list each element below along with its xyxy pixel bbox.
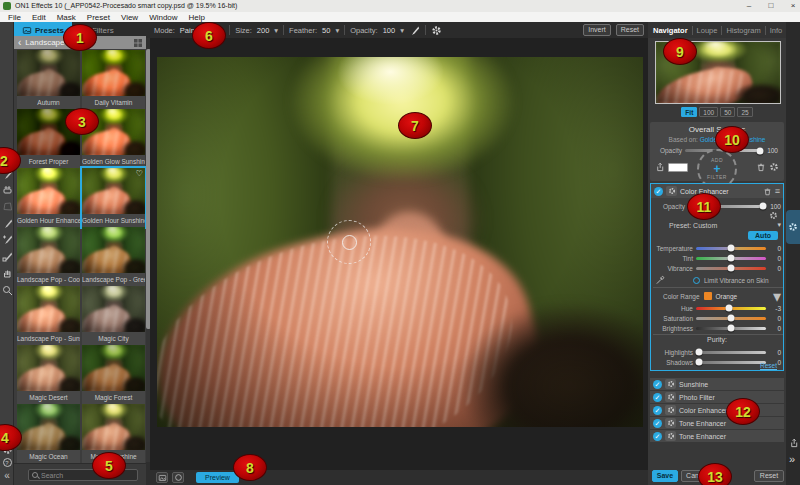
vibrance-slider[interactable] <box>696 267 766 270</box>
preset-item[interactable]: Magic Forest <box>82 345 145 404</box>
brightness-slider[interactable] <box>696 327 766 330</box>
filter-enabled-check-icon[interactable]: ✓ <box>653 419 662 428</box>
menu-mask[interactable]: Mask <box>57 13 76 22</box>
ce-settings-gear-icon[interactable] <box>769 211 778 220</box>
zoom-50-button[interactable]: 50 <box>720 107 735 117</box>
preset-item[interactable]: Landscape Pop - Sunshine <box>17 286 80 345</box>
invert-button[interactable]: Invert <box>583 24 611 36</box>
temperature-slider[interactable] <box>696 247 766 250</box>
perfect-brush-tool[interactable] <box>1 233 13 246</box>
preset-item[interactable]: Golden Hour Enhancer <box>17 168 80 227</box>
close-button[interactable]: × <box>784 0 800 12</box>
menu-preset[interactable]: Preset <box>87 13 110 22</box>
filter-gear-icon[interactable] <box>665 379 676 389</box>
filter-enabled-check-icon[interactable]: ✓ <box>653 380 662 389</box>
mask-reset-button[interactable]: Reset <box>616 24 644 36</box>
eyedropper-icon[interactable] <box>655 275 665 285</box>
preview-button[interactable]: Preview <box>196 472 239 483</box>
grid-view-icon[interactable] <box>134 39 142 47</box>
minimize-button[interactable]: – <box>740 0 758 12</box>
overall-trash-icon[interactable] <box>756 162 766 172</box>
menu-help[interactable]: Help <box>189 13 205 22</box>
paint-brush-tool[interactable] <box>1 217 13 230</box>
menu-file[interactable]: File <box>8 13 21 22</box>
menu-view[interactable]: View <box>121 13 138 22</box>
color-range-swatch[interactable] <box>704 292 712 300</box>
zoom-25-button[interactable]: 25 <box>737 107 752 117</box>
opacity-value[interactable]: 100 <box>383 26 396 35</box>
share-icon[interactable] <box>789 438 799 448</box>
feather-value[interactable]: 50 <box>322 26 330 35</box>
edit-settings-flyout-tab[interactable] <box>786 210 800 244</box>
filter-stack-row[interactable]: ✓ Color Enhancer <box>650 404 784 416</box>
filter-stack-row[interactable]: ✓ Photo Filter <box>650 391 784 403</box>
color-enhancer-header[interactable]: ✓ Color Enhancer ≡ <box>651 184 783 198</box>
perfect-brush-toggle-icon[interactable] <box>409 25 420 36</box>
zoom-100-button[interactable]: 100 <box>699 107 718 117</box>
export-preset-icon[interactable] <box>655 162 665 172</box>
filter-gear-icon[interactable] <box>665 392 676 402</box>
menu-edit[interactable]: Edit <box>32 13 46 22</box>
preset-item[interactable]: Magic Ocean <box>17 404 80 463</box>
masking-bug-tool[interactable] <box>1 184 13 197</box>
ce-reset-link[interactable]: Reset <box>760 362 777 369</box>
retouch-brush-tool[interactable] <box>1 250 13 263</box>
maximize-button[interactable]: □ <box>762 0 780 12</box>
transform-tool[interactable] <box>1 200 13 213</box>
zoom-fit-button[interactable]: Fit <box>681 107 697 117</box>
feather-dropdown-icon[interactable]: ▾ <box>335 26 339 35</box>
ce-preset-dropdown[interactable]: Preset: Custom ▾ <box>655 220 781 230</box>
size-value[interactable]: 200 <box>257 26 270 35</box>
preset-item[interactable]: Landscape Pop - Green <box>82 227 145 286</box>
panel-reset-button[interactable]: Reset <box>754 470 784 482</box>
canvas-area[interactable] <box>150 38 648 470</box>
preset-item[interactable]: Landscape Pop - Cool <box>17 227 80 286</box>
tab-navigator[interactable]: Navigator <box>653 26 688 35</box>
brush-settings-gear-icon[interactable] <box>431 25 442 36</box>
tab-loupe[interactable]: Loupe <box>697 26 718 35</box>
tab-info[interactable]: Info <box>770 26 783 35</box>
color-swatch[interactable] <box>668 163 688 172</box>
filter-gear-icon[interactable] <box>665 431 676 441</box>
limit-vibrance-radio[interactable] <box>693 277 700 284</box>
filter-enabled-check-icon[interactable]: ✓ <box>653 406 662 415</box>
collapse-panel-icon[interactable]: « <box>1 469 13 482</box>
expand-panel-icon[interactable]: » <box>789 453 795 465</box>
filter-trash-icon[interactable] <box>763 187 772 196</box>
filter-enabled-check-icon[interactable]: ✓ <box>653 432 662 441</box>
preset-item[interactable]: Magic City <box>82 286 145 345</box>
help-icon[interactable]: ? <box>1 456 13 469</box>
preset-item[interactable]: Autumn <box>17 50 80 109</box>
filter-stack-row[interactable]: ✓ Tone Enhancer <box>650 430 784 442</box>
color-range-value[interactable]: Orange <box>716 293 769 300</box>
hand-tool[interactable] <box>1 267 13 280</box>
overall-gear-icon[interactable] <box>769 162 779 172</box>
menu-window[interactable]: Window <box>149 13 177 22</box>
highlights-slider[interactable] <box>696 351 766 354</box>
tab-histogram[interactable]: Histogram <box>726 26 760 35</box>
filter-gear-icon[interactable] <box>666 186 677 196</box>
filter-gear-icon[interactable] <box>665 405 676 415</box>
shadows-slider[interactable] <box>696 361 766 364</box>
opacity-dropdown-icon[interactable]: ▾ <box>400 26 404 35</box>
saturation-slider[interactable] <box>696 317 766 320</box>
filter-enabled-check-icon[interactable]: ✓ <box>654 187 663 196</box>
filter-menu-icon[interactable]: ≡ <box>775 186 780 196</box>
filter-enabled-check-icon[interactable]: ✓ <box>653 393 662 402</box>
filter-stack-row[interactable]: ✓ Tone Enhancer <box>650 417 784 429</box>
preset-item[interactable]: Magic Desert <box>17 345 80 404</box>
zoom-tool[interactable] <box>1 284 13 297</box>
show-original-icon[interactable] <box>156 472 168 483</box>
preset-item[interactable]: Daily Vitamin <box>82 50 145 109</box>
filter-gear-icon[interactable] <box>665 418 676 428</box>
filter-stack-row[interactable]: ✓ Sunshine <box>650 378 784 390</box>
tint-slider[interactable] <box>696 257 766 260</box>
show-mask-icon[interactable] <box>172 472 184 483</box>
main-image[interactable] <box>157 57 643 427</box>
hue-slider[interactable] <box>696 307 766 310</box>
auto-button[interactable]: Auto <box>748 231 778 240</box>
save-button[interactable]: Save <box>652 470 678 482</box>
favorite-heart-icon[interactable]: ♡ <box>136 169 143 178</box>
preset-item-selected[interactable]: ♡Golden Hour Sunshine <box>82 168 145 227</box>
size-dropdown-icon[interactable]: ▾ <box>274 26 278 35</box>
